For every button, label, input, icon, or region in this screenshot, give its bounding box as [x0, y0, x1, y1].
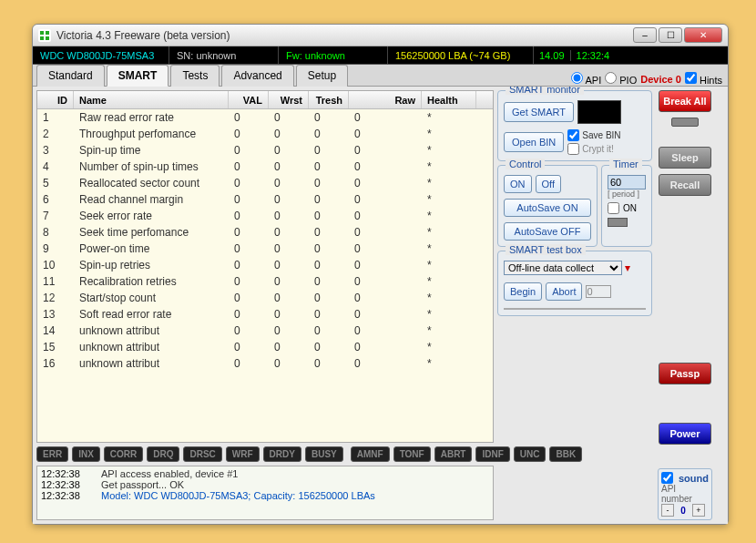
control-off-button[interactable]: Off	[536, 175, 561, 193]
tab-bar: StandardSMARTTestsAdvancedSetup API PIO …	[33, 65, 728, 87]
smart-test-group: SMART test box Off-line data collect ▾ B…	[497, 251, 652, 316]
autosave-on-button[interactable]: AutoSave ON	[504, 199, 591, 217]
side-buttons: Break All Sleep Recall Passp Power sound…	[656, 90, 714, 520]
abort-button[interactable]: Abort	[546, 282, 582, 301]
close-button[interactable]: ✕	[684, 27, 722, 43]
sound-checkbox[interactable]	[661, 472, 673, 484]
crypt-checkbox[interactable]: Crypt it!	[567, 143, 620, 155]
stepper-down[interactable]: -	[661, 504, 674, 517]
table-row[interactable]: 3Spin-up time0000*	[37, 142, 493, 159]
table-row[interactable]: 9Power-on time0000*	[37, 241, 493, 257]
tab-setup[interactable]: Setup	[296, 65, 348, 87]
drive-model: WDC WD800JD-75MSA3	[33, 46, 169, 64]
table-row[interactable]: 14unknown attribut0000*	[37, 323, 493, 339]
smart-display	[577, 100, 621, 124]
table-row[interactable]: 15unknown attribut0000*	[37, 339, 493, 355]
stepper-up[interactable]: +	[692, 504, 705, 517]
sound-box: sound API number - 0 +	[658, 468, 712, 520]
table-row[interactable]: 7Seek error rate0000*	[37, 208, 493, 224]
table-row[interactable]: 12Start/stop count0000*	[37, 290, 493, 306]
test-select[interactable]: Off-line data collect	[504, 261, 622, 275]
drive-fw: Fw: unknown	[279, 46, 388, 64]
date-label: 14.09	[534, 50, 570, 61]
status-badge-corr: CORR	[104, 446, 143, 462]
mode-area: API PIO Device 0 Hints	[571, 72, 728, 86]
break-all-button[interactable]: Break All	[659, 90, 711, 112]
table-header: ID Name VAL Wrst Tresh Raw Health	[37, 91, 493, 109]
status-badge-drdy: DRDY	[263, 446, 301, 462]
table-row[interactable]: 10Spin-up retries0000*	[37, 257, 493, 273]
table-row[interactable]: 11Recalibration retries0000*	[37, 273, 493, 290]
get-smart-button[interactable]: Get SMART	[504, 102, 574, 122]
drive-sn: SN: unknown	[169, 46, 279, 64]
status-badge-err: ERR	[36, 446, 68, 462]
table-row[interactable]: 13Soft read error rate0000*	[37, 306, 493, 323]
power-button[interactable]: Power	[659, 423, 711, 445]
tab-advanced[interactable]: Advanced	[221, 65, 293, 87]
status-badge-inx: INX	[72, 446, 100, 462]
timer-led	[608, 218, 628, 227]
status-badge-abrt: ABRT	[434, 446, 473, 462]
status-badge-amnf: AMNF	[351, 446, 390, 462]
timer-period-label: [ period ]	[608, 190, 646, 199]
tab-tests[interactable]: Tests	[170, 65, 220, 87]
open-bin-button[interactable]: Open BIN	[504, 132, 564, 152]
passp-button[interactable]: Passp	[659, 363, 711, 384]
table-row[interactable]: 16unknown attribut0000*	[37, 355, 493, 372]
sleep-button[interactable]: Sleep	[659, 147, 711, 169]
status-badge-drsc: DRSC	[183, 446, 221, 462]
log-line: 12:32:38Model: WDC WD800JD-75MSA3; Capac…	[41, 490, 489, 501]
table-row[interactable]: 8Seek time perfomance0000*	[37, 224, 493, 241]
table-row[interactable]: 5Reallocated sector count0000*	[37, 175, 493, 191]
break-led	[671, 118, 699, 127]
app-icon	[38, 29, 51, 42]
log-line: 12:32:38Get passport... OK	[41, 479, 489, 490]
test-progress	[504, 308, 646, 310]
status-badges: ERRINXCORRDRQDRSCWRFDRDYBUSYAMNFTONFABRT…	[36, 443, 494, 466]
tab-standard[interactable]: Standard	[36, 65, 105, 87]
titlebar: Victoria 4.3 Freeware (beta version) – ☐…	[33, 25, 728, 46]
control-group: Control ON Off AutoSave ON AutoSave OFF	[497, 165, 598, 247]
table-row[interactable]: 1Raw read error rate0000*	[37, 109, 493, 126]
begin-button[interactable]: Begin	[504, 282, 542, 301]
time-label: 12:32:4	[570, 50, 616, 61]
smart-table: ID Name VAL Wrst Tresh Raw Health 1Raw r…	[36, 90, 494, 443]
status-badge-drq: DRQ	[147, 446, 179, 462]
timer-input[interactable]	[608, 175, 646, 190]
status-badge-busy: BUSY	[305, 446, 343, 462]
status-badge-tonf: TONF	[393, 446, 431, 462]
window-title: Victoria 4.3 Freeware (beta version)	[56, 29, 631, 42]
maximize-button[interactable]: ☐	[659, 27, 682, 43]
timer-on-checkbox[interactable]	[608, 202, 619, 214]
test-value-input[interactable]	[586, 285, 611, 298]
main-window: Victoria 4.3 Freeware (beta version) – ☐…	[32, 24, 729, 525]
hints-checkbox[interactable]: Hints	[685, 72, 722, 86]
control-on-button[interactable]: ON	[504, 175, 532, 193]
recall-button[interactable]: Recall	[659, 174, 711, 196]
save-bin-checkbox[interactable]: Save BIN	[567, 129, 620, 141]
table-row[interactable]: 6Read channel margin0000*	[37, 191, 493, 208]
tab-smart[interactable]: SMART	[107, 65, 169, 87]
test-indicator-icon: ▾	[625, 261, 630, 274]
api-radio[interactable]: API	[571, 72, 601, 86]
drive-lba: 156250000 LBA (~74 GB)	[388, 46, 534, 64]
status-badge-wrf: WRF	[226, 446, 260, 462]
table-row[interactable]: 2Throughput perfomance0000*	[37, 126, 493, 142]
timer-group: Timer [ period ] ON	[601, 165, 652, 247]
api-number-stepper[interactable]: - 0 +	[661, 504, 709, 517]
device-label: Device 0	[640, 74, 681, 85]
autosave-off-button[interactable]: AutoSave OFF	[504, 222, 591, 241]
log-line: 12:32:38API access enabled, device #1	[41, 468, 489, 479]
minimize-button[interactable]: –	[633, 27, 657, 43]
info-bar: WDC WD800JD-75MSA3 SN: unknown Fw: unkno…	[33, 46, 728, 65]
pio-radio[interactable]: PIO	[605, 72, 637, 86]
log-panel[interactable]: 12:32:38API access enabled, device #112:…	[36, 466, 494, 520]
smart-monitor-group: SMART monitor Get SMART Open BIN Save BI…	[497, 90, 652, 161]
table-row[interactable]: 4Number of spin-up times0000*	[37, 159, 493, 175]
